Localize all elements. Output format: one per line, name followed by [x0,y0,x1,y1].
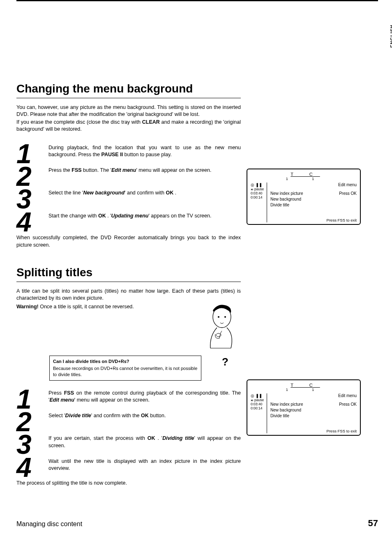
section1-after: When successfully completed, the DVD Rec… [16,234,241,249]
l: Divide title [270,414,289,418]
section1-intro1: You can, however, use any picture as the… [16,104,241,118]
t: button to pause play. [123,152,172,157]
tv2-inner: ◎ ❚❚ ⏯ pause 0:03:40 0:00:14 Edit menu N… [251,393,357,433]
t: . ' [106,213,111,219]
ok-label: OK [98,213,106,219]
tv2-row1: New index picturePress OK [270,402,357,407]
tv1-main: Edit menu New index picturePress OK New … [267,183,357,222]
clear-label: CLEAR [142,119,160,125]
t: Press the [48,167,71,173]
edit-menu-label: Edit menu [49,397,74,403]
step-2: 2 Press the FSS button. The 'Edit menu' … [16,166,241,187]
l: New background [270,197,301,201]
t: ' menu will appear on the screen. [74,397,150,403]
edit-menu-label: Edit menu [111,167,136,173]
note-title: Can I also divide titles on DVD+Rs? [53,358,198,365]
tv2-row3: Divide title [270,414,357,418]
question-mark-icon: ? [222,356,228,368]
tv2-side: ◎ ❚❚ ⏯ pause 0:03:40 0:00:14 [251,393,267,433]
pause-text: ⏯ pause [251,187,265,191]
tv2-nums: 1 1 [251,388,357,392]
dividing-title-label: Dividing title [162,435,194,441]
tv1-side: ◎ ❚❚ ⏯ pause 0:03:40 0:00:14 [251,183,267,222]
tv1-menu-title: Edit menu [270,183,357,187]
step-1: 1 During playback, find the location tha… [16,143,241,164]
tv-screen-2: T C 1 1 ◎ ❚❚ ⏯ pause 0:03:40 0:00:14 Edi… [247,379,361,436]
s2-step2-text: Select 'Divide title' and confirm with t… [48,411,241,420]
disc-icon: ◎ ❚❚ [251,393,265,398]
r: Press OK [339,191,357,196]
t: ' and confirm with [125,190,166,196]
fss-label: FSS [71,167,81,173]
ok-label: OK [141,413,149,418]
header-rule [16,0,378,1]
tv1-row1: New index picturePress OK [270,191,357,196]
s2-step3-text: If you are certain, start the process wi… [48,434,241,449]
tv1-row3: Divide title [270,203,357,207]
disc-icon: ◎ ❚❚ [251,183,265,187]
ok-label: OK [148,435,155,441]
t: Select ' [48,413,65,418]
svg-point-2 [224,316,226,318]
step4-text: Start the change with OK . 'Updating men… [48,212,241,220]
section2-after: The process of splitting the title is no… [16,480,241,487]
time2: 0:00:14 [251,195,265,199]
pause-text: ⏯ pause [251,398,265,402]
section2-intro1: A title can be split into several parts … [16,288,241,302]
time1: 0:03:40 [251,191,265,195]
warning-label: Warning! [16,304,39,310]
title-underline-2 [16,282,241,282]
step-number-4: 4 [16,212,48,233]
tv2-tc: T C [287,383,320,388]
step2-text: Press the FSS button. The 'Edit menu' me… [48,166,241,174]
step-1b: 1 Press FSS on the remote control during… [16,389,241,410]
t: button. [149,413,166,418]
t: If you are certain, start the process wi… [48,435,148,441]
tv2-row2: New background [270,408,357,412]
tv2-footer: Press FSS to exit [270,429,357,433]
step-3: 3 Select the line 'New background' and c… [16,189,241,210]
step1-text: During playback, find the location that … [48,143,241,159]
section-changing-menu-bg: Changing the menu background You can, ho… [16,82,378,249]
t: . ' [155,435,163,441]
svg-point-1 [218,316,219,318]
t: ' appears on the TV screen. [148,213,211,219]
section2-steps: 1 Press FSS on the remote control during… [16,389,241,478]
tv2-main: Edit menu New index picturePress OK New … [267,393,357,433]
note-body: Because recordings on DVD+Rs cannot be o… [53,365,198,378]
person-icon [201,303,238,361]
t: Select the line ' [48,190,83,196]
step-3b: 3 If you are certain, start the process … [16,434,241,455]
t: Press [48,390,64,396]
s2-step1-text: Press FSS on the remote control during p… [48,389,241,404]
l: New background [270,408,301,412]
time2: 0:00:14 [251,406,265,410]
section-splitting-titles: Splitting titles A title can be split in… [16,266,378,487]
page-number: 57 [368,518,378,529]
new-bg-label: New background [83,190,125,196]
title-underline-1 [16,98,241,98]
t: Start the change with [48,213,98,219]
tv-screen-1: T C 1 1 ◎ ❚❚ ⏯ pause 0:03:40 0:00:14 Edi… [247,169,361,225]
t: button. The ' [82,167,111,173]
warning-text: Once a title is split, it cannot be reve… [39,304,134,310]
tv1-footer: Press FSS to exit [270,218,357,222]
section1-intro2: If you erase the complete disc (close th… [16,119,241,133]
tv1-row2: New background [270,197,357,201]
tv2-menu-title: Edit menu [270,393,357,398]
s2-step4-text: Wait until the new title is displayed wi… [48,457,241,472]
step-2b: 2 Select 'Divide title' and confirm with… [16,411,241,432]
step-4: 4 Start the change with OK . 'Updating m… [16,212,241,233]
thinking-person-illustration [201,303,238,361]
l: Divide title [270,203,289,207]
r: Press OK [339,402,357,407]
t: . [173,190,176,196]
l: New index picture [270,191,303,196]
t: ' menu will appear on the screen. [136,167,211,173]
section2-title: Splitting titles [16,266,378,279]
tv1-inner: ◎ ❚❚ ⏯ pause 0:03:40 0:00:14 Edit menu N… [251,183,357,222]
section1-steps: 1 During playback, find the location tha… [16,143,241,233]
step-4b: 4 Wait until the new title is displayed … [16,457,241,478]
footer-section-name: Managing disc content [16,520,82,528]
divide-title-label: Divide title [65,413,91,418]
